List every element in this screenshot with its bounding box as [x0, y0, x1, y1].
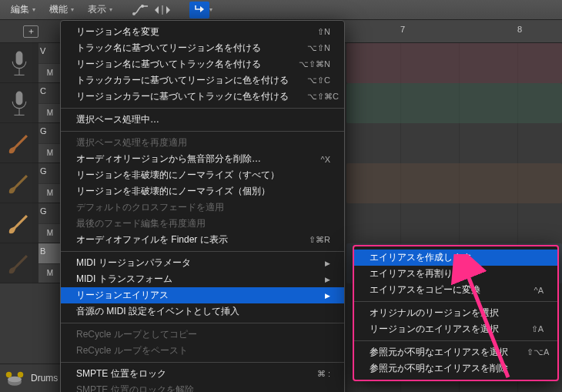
menu-separator [61, 251, 344, 252]
view-label: 表示 [88, 3, 106, 16]
menu-item-midi-region-params[interactable]: MIDI リージョンパラメータ▶ [61, 255, 344, 271]
track-name: Drums [31, 373, 58, 384]
menu-item-unlock-smpte: SMPTE 位置のロックを解除 [61, 382, 344, 392]
function-dropdown-menu: リージョン名を変更⇧N トラック名に基づいてリージョン名を付ける⌥⇧N リージョ… [60, 20, 345, 392]
svg-point-12 [18, 372, 24, 378]
track-row[interactable]: VM [0, 43, 62, 83]
edit-label: 編集 [11, 3, 29, 16]
menu-item-name-track-by-region[interactable]: リージョン名に基づいてトラック名を付ける⌥⇧⌘N [61, 56, 344, 72]
menu-separator [61, 323, 344, 323]
mute-button[interactable]: M [38, 143, 62, 162]
function-menu-button[interactable]: 機能▾ [43, 1, 80, 18]
submenu-item-convert-alias-to-copy[interactable]: エイリアスをコピーに変換^A [354, 282, 557, 298]
submenu-arrow-icon: ▶ [325, 276, 330, 283]
menu-separator [61, 108, 344, 109]
menu-item-paste-recycle: ReCycle ループをペースト [61, 343, 344, 359]
submenu-item-select-orphan[interactable]: 参照元が不明なエイリアスを選択⇧⌥A [354, 344, 557, 360]
chevron-down-icon: ▾ [32, 6, 35, 13]
svg-rect-6 [16, 91, 23, 105]
track-name: G [38, 203, 62, 223]
svg-rect-3 [16, 51, 23, 65]
region[interactable] [346, 43, 562, 83]
submenu-item-reassign-alias[interactable]: エイリアスを再割り当て [354, 266, 557, 282]
svg-point-11 [6, 372, 12, 378]
svg-point-1 [141, 5, 144, 8]
track-row[interactable]: BM [0, 243, 62, 283]
view-menu-button[interactable]: 表示▾ [82, 1, 119, 18]
menu-item-region-alias[interactable]: リージョンエイリアス▶ [61, 287, 344, 303]
mute-button[interactable]: M [38, 103, 62, 122]
chevron-down-icon: ▾ [109, 6, 112, 13]
track-name: G [38, 123, 62, 143]
menu-item-default-crossfade: デフォルトのクロスフェードを適用 [61, 199, 344, 216]
menu-item-reapply-sel-process: 選択ベース処理を再度適用 [61, 135, 344, 151]
automation-curve-icon[interactable] [131, 2, 151, 18]
menu-separator [61, 131, 344, 132]
menu-separator [354, 340, 557, 341]
track-icon [0, 203, 38, 243]
add-track-button[interactable]: ＋ [23, 25, 38, 38]
track-name: V [38, 43, 62, 63]
drums-icon [3, 367, 26, 390]
track-row[interactable]: GM [0, 163, 62, 203]
menu-item-name-region-by-track[interactable]: トラック名に基づいてリージョン名を付ける⌥⇧N [61, 40, 344, 56]
mute-button[interactable]: M [38, 263, 62, 283]
track-icon [0, 83, 38, 122]
menu-separator [61, 362, 344, 363]
submenu-item-select-original[interactable]: オリジナルのリージョンを選択 [354, 305, 557, 321]
track-icon [0, 43, 38, 82]
menu-separator [354, 301, 557, 302]
chevron-down-icon: ▾ [71, 6, 74, 13]
region-alias-submenu: エイリアスを作成します エイリアスを再割り当て エイリアスをコピーに変換^A オ… [353, 245, 559, 381]
submenu-arrow-icon: ▶ [325, 260, 330, 267]
menu-item-selection-based-processing[interactable]: 選択ベース処理中… [61, 112, 344, 128]
menu-item-rename-region[interactable]: リージョン名を変更⇧N [61, 24, 344, 40]
add-track-row: ＋ [0, 20, 62, 43]
menu-item-lock-smpte[interactable]: SMPTE 位置をロック⌘ : [61, 366, 344, 382]
menu-item-color-region-by-track[interactable]: トラックカラーに基づいてリージョンに色を付ける⌥⇧C [61, 72, 344, 89]
mute-button[interactable]: M [38, 223, 62, 243]
track-list: ＋ VM CM GM GM GM BM [0, 20, 62, 283]
track-icon [0, 163, 38, 203]
edit-menu-button[interactable]: 編集▾ [5, 1, 42, 18]
menu-item-midi-transform[interactable]: MIDI トランスフォーム▶ [61, 271, 344, 287]
ruler-mark-7: 7 [400, 25, 405, 34]
menu-item-reapply-fade: 最後のフェード編集を再度適用 [61, 216, 344, 232]
mute-button[interactable]: M [38, 63, 62, 82]
ruler-mark-8: 8 [517, 25, 522, 34]
menu-item-strip-silence[interactable]: オーディオリージョンから無音部分を削除…^X [61, 151, 344, 167]
menu-item-normalize-all[interactable]: リージョンを非破壊的にノーマライズ（すべて） [61, 167, 344, 183]
track-name: B [38, 243, 62, 263]
submenu-arrow-icon: ▶ [325, 292, 330, 300]
menu-item-normalize-each[interactable]: リージョンを非破壊的にノーマライズ（個別） [61, 183, 344, 199]
catch-playhead-icon[interactable] [189, 2, 209, 18]
top-toolbar: 編集▾ 機能▾ 表示▾ ▾ [0, 0, 562, 20]
menu-item-show-in-finder[interactable]: オーディオファイルを Finder に表示⇧⌘R [61, 232, 344, 248]
track-name: G [38, 163, 62, 183]
submenu-item-select-aliases[interactable]: リージョンのエイリアスを選択⇧A [354, 321, 557, 337]
menu-item-color-track-by-region[interactable]: リージョンカラーに基づいてトラックに色を付ける⌥⇧⌘C [61, 89, 344, 105]
menu-item-copy-recycle: ReCycle ループとしてコピー [61, 327, 344, 343]
flex-icon[interactable] [152, 2, 172, 18]
region[interactable] [346, 163, 562, 203]
menu-item-insert-instrument-midi[interactable]: 音源の MIDI 設定をイベントとして挿入 [61, 303, 344, 320]
track-name: C [38, 83, 62, 103]
track-row[interactable]: GM [0, 203, 62, 243]
chevron-down-icon: ▾ [209, 6, 212, 13]
track-row[interactable]: GM [0, 123, 62, 163]
region[interactable] [346, 83, 562, 123]
submenu-item-create-alias[interactable]: エイリアスを作成します [354, 250, 557, 266]
mute-button[interactable]: M [38, 183, 62, 203]
track-icon [0, 123, 38, 162]
svg-point-0 [132, 12, 135, 15]
function-label: 機能 [49, 3, 68, 16]
track-icon [0, 243, 38, 283]
submenu-item-delete-orphan[interactable]: 参照元が不明なエイリアスを削除 [354, 360, 557, 377]
track-row[interactable]: CM [0, 83, 62, 123]
